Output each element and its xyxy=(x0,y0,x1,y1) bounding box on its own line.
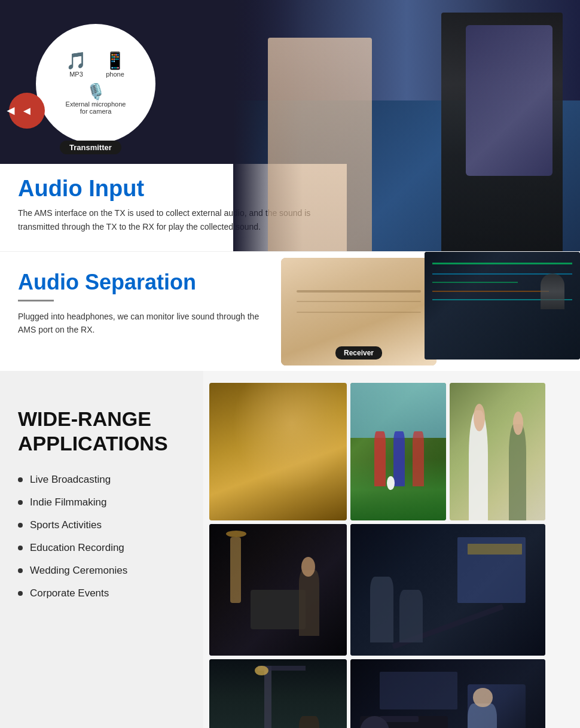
applications-right xyxy=(203,371,580,728)
photo-wedding xyxy=(450,383,545,520)
applications-title: WIDE-RANGE APPLICATIONS xyxy=(18,407,185,456)
arrow-indicator: ◄ xyxy=(9,93,45,129)
audio-sep-left: Audio Separation Plugged into headphones… xyxy=(0,252,281,371)
audio-separation-section: Audio Separation Plugged into headphones… xyxy=(0,251,580,371)
phone-icon-item: 📱 phone xyxy=(105,53,126,78)
transmitter-diagram: 🎵 MP3 📱 phone 🎙️ External microphonefor … xyxy=(36,24,155,144)
ext-mic-icon: 🎙️ xyxy=(86,84,105,99)
arrow-circle: ◄ xyxy=(9,93,45,129)
list-item: Live Broadcasting xyxy=(18,474,185,486)
audio-input-section: 🎵 MP3 📱 phone 🎙️ External microphonefor … xyxy=(0,0,580,251)
mp3-label: MP3 xyxy=(69,71,83,78)
ext-mic-icon-item: 🎙️ External microphonefor camera xyxy=(66,84,126,115)
applications-left: WIDE-RANGE APPLICATIONS Live Broadcastin… xyxy=(0,371,203,728)
bullet-icon xyxy=(18,568,23,573)
list-item: Wedding Ceremonies xyxy=(18,565,185,577)
applications-section: WIDE-RANGE APPLICATIONS Live Broadcastin… xyxy=(0,371,580,728)
bullet-icon xyxy=(18,500,23,505)
photo-soccer xyxy=(350,383,446,520)
app-item-label: Wedding Ceremonies xyxy=(30,565,127,577)
mp3-icon-item: 🎵 MP3 xyxy=(66,53,87,78)
list-item: Indie Filmmaking xyxy=(18,496,185,508)
broadcast-background xyxy=(233,0,580,251)
photo-conference xyxy=(209,383,347,520)
applications-list: Live Broadcasting Indie Filmmaking Sport… xyxy=(18,474,185,599)
bullet-icon xyxy=(18,523,23,528)
audio-sep-description: Plugged into headphones, we can monitor … xyxy=(18,310,263,337)
app-item-label: Live Broadcasting xyxy=(30,474,111,486)
device-image: Receiver xyxy=(281,258,436,365)
bullet-icon xyxy=(18,546,23,550)
app-item-label: Sports Activities xyxy=(30,519,102,531)
photo-film xyxy=(209,524,347,656)
photo-news-broadcast xyxy=(350,659,545,728)
list-item: Education Recording xyxy=(18,542,185,554)
audio-sep-title: Audio Separation xyxy=(18,270,263,295)
transmitter-label: Transmitter xyxy=(60,141,121,154)
app-item-label: Corporate Events xyxy=(30,587,109,599)
photo-outdoor-film xyxy=(209,659,347,728)
bullet-icon xyxy=(18,591,23,596)
phone-icon: 📱 xyxy=(105,53,126,69)
audio-sep-underline xyxy=(18,300,54,301)
mp3-icon: 🎵 xyxy=(66,53,87,69)
device-receiver-label: Receiver xyxy=(335,346,382,360)
monitor-image xyxy=(425,252,580,360)
app-item-label: Education Recording xyxy=(30,542,124,554)
bullet-icon xyxy=(18,477,23,482)
list-item: Sports Activities xyxy=(18,519,185,531)
app-title-line2: APPLICATIONS xyxy=(18,432,168,455)
audio-sep-right: Receiver xyxy=(281,252,580,371)
app-title-line1: WIDE-RANGE xyxy=(18,407,151,430)
ext-mic-label: External microphonefor camera xyxy=(66,100,126,115)
list-item: Corporate Events xyxy=(18,587,185,599)
photo-grid xyxy=(209,383,574,718)
photo-event xyxy=(350,524,545,656)
app-item-label: Indie Filmmaking xyxy=(30,496,107,508)
phone-label: phone xyxy=(106,71,124,78)
